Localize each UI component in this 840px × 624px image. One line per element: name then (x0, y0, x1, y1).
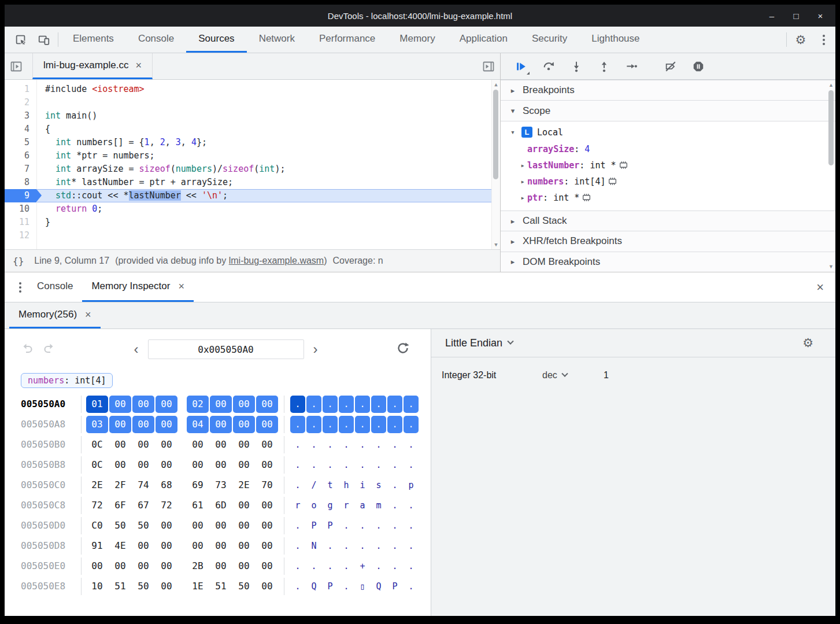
hex-byte[interactable]: 03 (86, 416, 108, 433)
hex-byte[interactable]: 00 (210, 396, 232, 413)
hex-byte[interactable]: 00 (256, 517, 278, 534)
hex-byte[interactable]: 2F (109, 477, 131, 494)
hex-byte[interactable]: 00 (256, 537, 278, 555)
ascii-char[interactable]: r (339, 497, 354, 514)
hex-byte[interactable]: 00 (109, 416, 131, 433)
drawer-menu-icon[interactable] (13, 272, 28, 302)
ascii-char[interactable]: s (371, 477, 386, 494)
hex-byte[interactable]: 00 (86, 557, 108, 575)
hex-byte[interactable]: 00 (156, 537, 177, 555)
hex-byte[interactable]: 00 (156, 396, 177, 413)
line-number[interactable]: 12 (5, 229, 36, 242)
line-number[interactable]: 1 (5, 83, 36, 96)
hex-byte[interactable]: 50 (233, 578, 255, 595)
ascii-char[interactable]: . (339, 436, 354, 453)
ascii-char[interactable]: . (387, 497, 402, 514)
section-dom-breakpoints[interactable]: ▸ DOM Breakpoints (501, 252, 835, 272)
tab-memory-256[interactable]: Memory(256) × (9, 302, 101, 328)
tab-memory-inspector[interactable]: Memory Inspector × (82, 272, 194, 302)
ascii-char[interactable]: . (387, 396, 402, 413)
hex-byte[interactable]: 00 (233, 396, 255, 413)
ascii-char[interactable]: Q (306, 578, 321, 595)
interpreter-settings-icon[interactable]: ⚙ (802, 336, 813, 350)
show-debugger-panel-icon[interactable] (477, 53, 500, 79)
ascii-char[interactable]: . (371, 416, 386, 433)
memory-icon[interactable] (608, 176, 617, 186)
ascii-char[interactable]: . (323, 436, 338, 453)
hex-byte[interactable]: 00 (109, 436, 131, 453)
ascii-char[interactable]: N (306, 537, 321, 555)
ascii-char[interactable]: . (371, 396, 386, 413)
section-scope[interactable]: ▾ Scope (501, 100, 835, 120)
code-area[interactable]: #include <iostream>int main(){ int numbe… (37, 80, 500, 249)
ascii-char[interactable]: + (355, 557, 370, 575)
refresh-icon[interactable] (396, 341, 410, 357)
hex-byte[interactable]: 00 (210, 557, 232, 575)
ascii-char[interactable]: . (387, 477, 402, 494)
tab-sources[interactable]: Sources (186, 27, 246, 53)
tab-elements[interactable]: Elements (61, 27, 126, 53)
line-number[interactable]: 8 (5, 176, 36, 189)
memory-address-input[interactable] (148, 339, 304, 359)
close-file-tab-icon[interactable]: × (135, 60, 142, 71)
ascii-char[interactable]: . (371, 456, 386, 474)
ascii-char[interactable]: . (387, 517, 402, 534)
hex-byte[interactable]: 00 (256, 557, 278, 575)
hex-byte[interactable]: 2E (233, 477, 255, 494)
line-number[interactable]: 11 (5, 216, 36, 229)
hex-byte[interactable]: 00 (256, 436, 278, 453)
hex-byte[interactable]: 00 (109, 557, 131, 575)
line-number[interactable]: 6 (5, 149, 36, 163)
hex-byte[interactable]: 00 (256, 456, 278, 474)
more-options-icon[interactable] (812, 27, 835, 53)
history-forward-icon[interactable] (42, 341, 55, 357)
hex-byte[interactable]: 00 (256, 497, 278, 514)
ascii-char[interactable]: . (355, 537, 370, 555)
hex-byte[interactable]: 51 (109, 578, 131, 595)
endianness-select[interactable]: Little Endian (445, 337, 513, 349)
ascii-char[interactable]: P (306, 517, 321, 534)
pretty-print-icon[interactable]: {} (13, 256, 24, 267)
hex-byte[interactable]: 70 (256, 477, 278, 494)
hex-byte[interactable]: 00 (210, 456, 232, 474)
hex-byte[interactable]: 00 (187, 436, 209, 453)
ascii-char[interactable]: . (387, 557, 402, 575)
ascii-char[interactable]: . (323, 416, 338, 433)
ascii-char[interactable]: . (404, 396, 419, 413)
hex-byte[interactable]: 0C (86, 436, 108, 453)
hex-byte[interactable]: 50 (132, 517, 154, 534)
format-select[interactable]: dec (542, 370, 589, 381)
hex-byte[interactable]: 72 (86, 497, 108, 514)
hex-byte[interactable]: 00 (187, 537, 209, 555)
ascii-char[interactable]: . (306, 396, 321, 413)
hex-byte[interactable]: 00 (210, 537, 232, 555)
hex-byte[interactable]: 02 (187, 396, 209, 413)
ascii-char[interactable]: . (290, 456, 305, 474)
tab-performance[interactable]: Performance (307, 27, 387, 53)
ascii-char[interactable]: t (323, 477, 338, 494)
resume-button[interactable] (510, 57, 532, 76)
hex-byte[interactable]: 2E (86, 477, 108, 494)
section-xhr-breakpoints[interactable]: ▸ XHR/fetch Breakpoints (501, 231, 835, 251)
step-button[interactable] (621, 57, 643, 76)
hex-byte[interactable]: 00 (109, 456, 131, 474)
hex-byte[interactable]: 00 (187, 517, 209, 534)
tab-console[interactable]: Console (28, 272, 82, 302)
hex-byte[interactable]: 00 (132, 456, 154, 474)
ascii-char[interactable]: . (290, 436, 305, 453)
tab-network[interactable]: Network (247, 27, 307, 53)
ascii-char[interactable]: p (404, 477, 419, 494)
close-memory-inspector-icon[interactable]: × (178, 281, 184, 291)
hex-byte[interactable]: 00 (132, 436, 154, 453)
hex-byte[interactable]: 00 (132, 557, 154, 575)
ascii-char[interactable]: . (339, 557, 354, 575)
scroll-down-icon[interactable]: ▼ (827, 264, 835, 269)
ascii-char[interactable]: . (290, 578, 305, 595)
hex-byte[interactable]: 00 (109, 396, 131, 413)
device-toolbar-icon[interactable] (32, 27, 55, 53)
hex-byte[interactable]: 6D (210, 497, 232, 514)
hex-byte[interactable]: 00 (210, 416, 232, 433)
ascii-char[interactable]: . (387, 416, 402, 433)
editor-scrollbar[interactable]: ▲ ▼ (491, 80, 500, 249)
hex-byte[interactable]: 00 (233, 517, 255, 534)
